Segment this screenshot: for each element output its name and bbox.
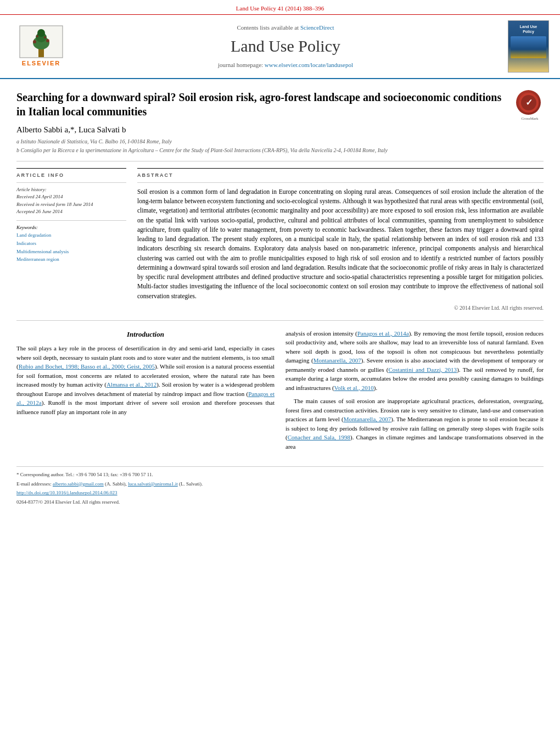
svg-text:✓: ✓ xyxy=(525,98,532,107)
intro-para-2: analysis of erosion intensity (Panagos e… xyxy=(285,329,544,393)
article-info-box: ARTICLE INFO Article history: Received 2… xyxy=(16,168,126,263)
contents-available-text: Contents lists available at ScienceDirec… xyxy=(71,24,500,32)
crossmark-label: CrossMark xyxy=(516,116,544,122)
section-divider xyxy=(16,320,544,321)
abstract-box: ABSTRACT Soil erosion is a common form o… xyxy=(137,168,544,312)
sciencedirect-link[interactable]: ScienceDirect xyxy=(300,24,334,31)
journal-homepage: journal homepage: www.elsevier.com/locat… xyxy=(71,61,500,69)
info-divider-2 xyxy=(16,220,126,221)
doi-footnote: http://dx.doi.org/10.1016/j.landusepol.2… xyxy=(16,489,544,496)
article-meta-section: ARTICLE INFO Article history: Received 2… xyxy=(16,168,544,312)
journal-center-info: Contents lists available at ScienceDirec… xyxy=(71,24,500,69)
homepage-url[interactable]: www.elsevier.com/locate/landusepol xyxy=(265,62,353,68)
keywords-section: Keywords: Land degradation Indicators Mu… xyxy=(16,224,126,263)
cite-costantini[interactable]: Costantini and Dazzi, 2013 xyxy=(388,366,457,373)
intro-para-3: The main causes of soil erosion are inap… xyxy=(285,397,544,451)
journal-name: Land Use Policy xyxy=(71,35,500,58)
email-link-salvati[interactable]: luca.salvati@uniroma1.it xyxy=(128,481,178,487)
email-link-sabbi[interactable]: alberto.sabbi@gmail.com xyxy=(53,481,104,487)
elsevier-tree-icon xyxy=(19,25,63,58)
issn-footnote: 0264-8377/© 2014 Elsevier Ltd. All right… xyxy=(16,499,544,506)
keyword-4[interactable]: Mediterranean region xyxy=(16,256,126,263)
email-author-a: (A. Sabbi), xyxy=(105,481,128,487)
abstract-divider xyxy=(137,182,544,183)
received-date: Received 24 April 2014 xyxy=(16,193,126,201)
keyword-2[interactable]: Indicators xyxy=(16,240,126,247)
abstract-label: ABSTRACT xyxy=(137,172,544,179)
affiliation-a: a Istituto Nazionale di Statistica, Via … xyxy=(16,138,508,146)
elsevier-brand-text: ELSEVIER xyxy=(22,59,60,68)
elsevier-logo: ELSEVIER xyxy=(11,25,71,68)
keywords-label: Keywords: xyxy=(16,224,126,231)
svg-point-7 xyxy=(36,35,38,37)
journal-citation: Land Use Policy 41 (2014) 388–396 xyxy=(236,5,324,12)
accepted-date: Accepted 26 June 2014 xyxy=(16,208,126,216)
article-content: Searching for a downward spiral? Soil er… xyxy=(0,79,560,518)
cite-mont2007b[interactable]: Montanarella, 2007 xyxy=(344,416,391,422)
info-divider-1 xyxy=(16,182,126,183)
intro-para-1: The soil plays a key role in the process… xyxy=(16,344,275,416)
cite-volk[interactable]: Volk et al., 2010 xyxy=(334,384,374,391)
article-info-column: ARTICLE INFO Article history: Received 2… xyxy=(16,168,126,312)
article-title: Searching for a downward spiral? Soil er… xyxy=(16,90,508,119)
copyright-line: © 2014 Elsevier Ltd. All rights reserved… xyxy=(137,304,544,312)
article-title-section: Searching for a downward spiral? Soil er… xyxy=(16,90,544,161)
cite-rubio[interactable]: Rubio and Bochet, 1998; Basso et al., 20… xyxy=(19,363,155,370)
crossmark-icon: ✓ xyxy=(516,90,541,115)
introduction-heading: Introduction xyxy=(16,329,275,340)
cover-thumbnail: Land UsePolicy xyxy=(508,20,549,72)
crossmark-badge: ✓ CrossMark xyxy=(516,90,544,122)
authors-line: Alberto Sabbi a,*, Luca Salvati b xyxy=(16,124,508,136)
email-author-b: (L. Salvati). xyxy=(179,481,203,487)
svg-point-4 xyxy=(37,29,45,37)
journal-header: ELSEVIER Contents lists available at Sci… xyxy=(0,15,560,79)
cite-panagos2012[interactable]: Panagos et al., 2012a xyxy=(16,390,275,406)
svg-point-8 xyxy=(44,36,46,38)
article-history: Article history: Received 24 April 2014 … xyxy=(16,186,126,216)
journal-cover-image: Land UsePolicy xyxy=(500,20,549,72)
affiliation-b: b Consiglio per la Ricerca e la sperimen… xyxy=(16,147,508,154)
authors-text: Alberto Sabbi a,*, Luca Salvati b xyxy=(16,125,126,134)
history-label: Article history: xyxy=(16,186,126,194)
body-columns: Introduction The soil plays a key role i… xyxy=(16,329,544,456)
article-title-text: Searching for a downward spiral? Soil er… xyxy=(16,90,508,154)
article-footer: * Corresponding author. Tel.: +39 6 700 … xyxy=(16,466,544,505)
keyword-1[interactable]: Land degradation xyxy=(16,232,126,239)
received-revised-date: Received in revised form 18 June 2014 xyxy=(16,201,126,209)
article-info-label: ARTICLE INFO xyxy=(16,172,126,179)
journal-citation-bar: Land Use Policy 41 (2014) 388–396 xyxy=(0,0,560,15)
body-left-col: Introduction The soil plays a key role i… xyxy=(16,329,275,456)
keyword-3[interactable]: Multidimensional analysis xyxy=(16,248,126,255)
body-right-col: analysis of erosion intensity (Panagos e… xyxy=(285,329,544,456)
cite-panagos2014[interactable]: Panagos et al., 2014a xyxy=(357,330,409,337)
abstract-column: ABSTRACT Soil erosion is a common form o… xyxy=(137,168,544,312)
abstract-text: Soil erosion is a common form of land de… xyxy=(137,187,544,301)
cite-mont2007[interactable]: Montanarella, 2007 xyxy=(313,357,361,364)
email-footnote: E-mail addresses: alberto.sabbi@gmail.co… xyxy=(16,481,544,488)
email-label: E-mail addresses: xyxy=(16,481,53,487)
cite-almansa[interactable]: Almansa et al., 2012 xyxy=(107,381,156,388)
svg-point-5 xyxy=(33,40,36,43)
cite-conacher[interactable]: Conacher and Sala, 1998 xyxy=(288,434,350,440)
svg-point-6 xyxy=(46,39,49,42)
doi-link[interactable]: http://dx.doi.org/10.1016/j.landusepol.2… xyxy=(16,490,117,495)
corresponding-footnote: * Corresponding author. Tel.: +39 6 700 … xyxy=(16,471,544,478)
cover-title-text: Land UsePolicy xyxy=(520,24,537,34)
